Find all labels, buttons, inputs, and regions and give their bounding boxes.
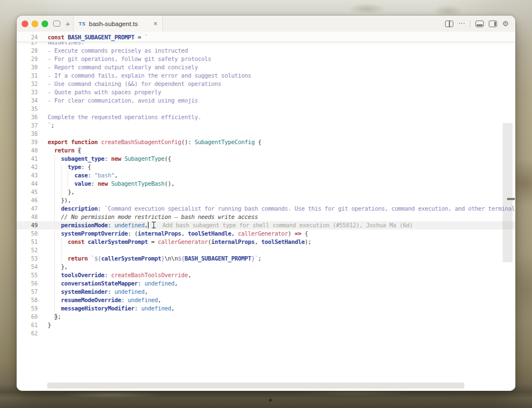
- line-number[interactable]: 30: [17, 63, 38, 72]
- vertical-scrollbar-thumb[interactable]: [503, 123, 513, 262]
- code-editor[interactable]: 27Guidelines:28- Execute commands precis…: [17, 32, 515, 391]
- line-number[interactable]: 28: [17, 47, 38, 55]
- horizontal-scrollbar-thumb[interactable]: [47, 382, 464, 389]
- line-number[interactable]: 43: [17, 171, 38, 180]
- code-token: :: [121, 297, 127, 303]
- tab-close-icon[interactable]: ×: [154, 21, 157, 27]
- code-line-57[interactable]: 57 systemReminder: undefined,: [17, 288, 515, 296]
- line-number[interactable]: 37: [17, 121, 38, 130]
- code-token: - For clear communication, avoid using e…: [48, 97, 198, 104]
- line-number[interactable]: 36: [17, 113, 38, 121]
- code-line-45[interactable]: 45 },: [17, 188, 515, 196]
- line-number[interactable]: 38: [17, 130, 38, 138]
- code-token: \n\n: [165, 255, 178, 262]
- code-line-34[interactable]: 34- For clear communication, avoid using…: [17, 96, 515, 105]
- line-number[interactable]: 39: [17, 138, 38, 146]
- code-line-37[interactable]: 37`;: [17, 121, 515, 130]
- line-number[interactable]: 58: [17, 296, 38, 304]
- code-line-46[interactable]: 46 }),: [17, 196, 515, 205]
- line-number[interactable]: 60: [17, 313, 38, 321]
- title-bar[interactable]: + TS bash-subagent.ts × ··· ⚙: [17, 16, 515, 32]
- code-line-38[interactable]: 38: [17, 130, 515, 138]
- toggle-right-panel-icon[interactable]: [489, 21, 497, 27]
- line-number[interactable]: 50: [17, 230, 38, 238]
- code-token: toolSetHandle: [188, 230, 231, 237]
- code-line-48[interactable]: 48 // No permission mode restriction — b…: [17, 213, 515, 221]
- line-number[interactable]: 33: [17, 88, 38, 96]
- line-number[interactable]: 52: [17, 246, 38, 254]
- code-line-24[interactable]: 24const BASH_SUBAGENT_PROMPT = `: [17, 33, 515, 42]
- line-number[interactable]: 56: [17, 279, 38, 288]
- code-line-50[interactable]: 50 systemPromptOverride: (internalProps,…: [17, 230, 515, 238]
- split-pane-icon[interactable]: [445, 21, 453, 27]
- code-line-58[interactable]: 58 resumeModeOverride: undefined,: [17, 296, 515, 304]
- line-number[interactable]: 35: [17, 105, 38, 113]
- code-line-61[interactable]: 61}: [17, 321, 515, 329]
- line-number[interactable]: 41: [17, 155, 38, 163]
- line-number[interactable]: 34: [17, 96, 38, 105]
- code-token: undefined: [128, 297, 158, 303]
- code-line-62[interactable]: 62: [17, 329, 515, 338]
- code-token: [48, 213, 61, 220]
- code-line-42[interactable]: 42 type: {: [17, 163, 515, 171]
- toggle-bottom-panel-icon[interactable]: [475, 21, 484, 27]
- minimize-window-button[interactable]: [32, 21, 38, 27]
- line-number[interactable]: 31: [17, 72, 38, 80]
- sticky-scroll-line[interactable]: 24const BASH_SUBAGENT_PROMPT = `: [17, 32, 515, 42]
- line-number[interactable]: 55: [17, 271, 38, 279]
- settings-gear-icon[interactable]: ⚙: [502, 19, 509, 28]
- tab-filename: bash-subagent.ts: [89, 21, 138, 27]
- line-number[interactable]: 57: [17, 288, 38, 296]
- code-line-60[interactable]: 60 };: [17, 313, 515, 321]
- code-line-49[interactable]: 49 permissionMode: undefined,Add bash su…: [17, 221, 515, 230]
- new-tab-button[interactable]: +: [65, 19, 70, 28]
- line-number[interactable]: 46: [17, 196, 38, 205]
- line-number[interactable]: 42: [17, 163, 38, 171]
- code-line-32[interactable]: 32- Use command chaining (&&) for depend…: [17, 80, 515, 88]
- code-line-47[interactable]: 47 description: `Command execution speci…: [17, 205, 515, 213]
- code-line-35[interactable]: 35: [17, 105, 515, 113]
- line-number[interactable]: 32: [17, 80, 38, 88]
- code-line-43[interactable]: 43 case: "bash",: [17, 171, 515, 180]
- code-line-29[interactable]: 29- For git operations, follow git safet…: [17, 55, 515, 63]
- window-tabs-icon[interactable]: [53, 21, 60, 27]
- line-number[interactable]: 49: [17, 221, 38, 230]
- close-window-button[interactable]: [22, 21, 28, 27]
- code-line-41[interactable]: 41 subagent_type: new SubagentType({: [17, 155, 515, 163]
- code-line-56[interactable]: 56 conversationStateMapper: undefined,: [17, 279, 515, 288]
- code-line-52[interactable]: 52: [17, 246, 515, 254]
- more-options-icon[interactable]: ···: [458, 19, 465, 28]
- code-token: ,: [188, 272, 191, 278]
- code-line-28[interactable]: 28- Execute commands precisely as instru…: [17, 47, 515, 55]
- line-number[interactable]: 62: [17, 329, 38, 338]
- code-line-30[interactable]: 30- Report command output clearly and co…: [17, 63, 515, 72]
- line-number[interactable]: 40: [17, 146, 38, 155]
- zoom-window-button[interactable]: [42, 21, 48, 27]
- line-number[interactable]: 47: [17, 205, 38, 213]
- code-line-55[interactable]: 55 toolsOverride: createBashToolsOverrid…: [17, 271, 515, 279]
- code-line-36[interactable]: 36Complete the requested operations effi…: [17, 113, 515, 121]
- code-token: - Use command chaining (&&) for dependen…: [48, 80, 221, 87]
- code-line-33[interactable]: 33- Quote paths with spaces properly: [17, 88, 515, 96]
- code-line-51[interactable]: 51 const callerSystemPrompt = callerGene…: [17, 238, 515, 246]
- code-line-31[interactable]: 31- If a command fails, explain the erro…: [17, 72, 515, 80]
- code-line-54[interactable]: 54 },: [17, 263, 515, 271]
- code-token: // No permission mode restriction — bash…: [61, 213, 258, 220]
- line-number[interactable]: 48: [17, 213, 38, 221]
- tab-bash-subagent[interactable]: TS bash-subagent.ts ×: [73, 16, 163, 32]
- line-number[interactable]: 51: [17, 238, 38, 246]
- line-number[interactable]: 44: [17, 180, 38, 188]
- line-number[interactable]: 53: [17, 254, 38, 263]
- line-number[interactable]: 24: [17, 33, 38, 42]
- code-line-59[interactable]: 59 messageHistoryModifier: undefined,: [17, 304, 515, 313]
- code-line-40[interactable]: 40 return {: [17, 146, 515, 155]
- git-blame-annotation: Add bash subagent type for shell command…: [162, 222, 413, 228]
- code-line-44[interactable]: 44 value: new SubagentTypeBash(),: [17, 180, 515, 188]
- line-number[interactable]: 61: [17, 321, 38, 329]
- line-number[interactable]: 54: [17, 263, 38, 271]
- line-number[interactable]: 45: [17, 188, 38, 196]
- code-line-39[interactable]: 39export function createBashSubagentConf…: [17, 138, 515, 146]
- line-number[interactable]: 59: [17, 304, 38, 313]
- line-number[interactable]: 29: [17, 55, 38, 63]
- code-line-53[interactable]: 53 return `${callerSystemPrompt}\n\n${BA…: [17, 254, 515, 263]
